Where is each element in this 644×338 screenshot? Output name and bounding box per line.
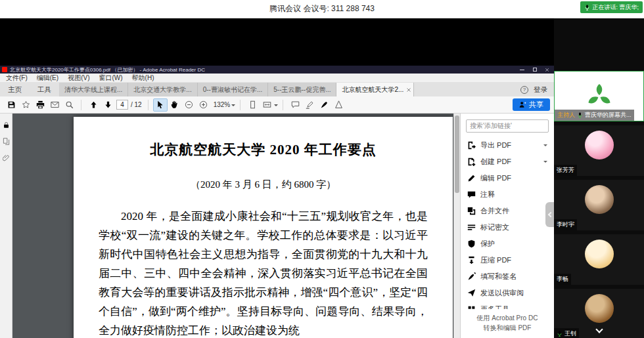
print-button[interactable] (33, 98, 47, 112)
vertical-scrollbar[interactable] (453, 114, 460, 338)
arrow-down-icon (104, 100, 112, 109)
zoom-in-button[interactable] (196, 98, 211, 112)
participant-tile[interactable]: 李畅 (554, 234, 644, 285)
select-tool-button[interactable] (153, 98, 168, 112)
security-settings-icon[interactable] (3, 121, 10, 129)
zoom-out-button[interactable] (182, 98, 196, 112)
page-thumbnails-icon[interactable] (3, 138, 10, 145)
zoom-level-dropdown[interactable]: 132% (214, 101, 231, 108)
envelope-icon (51, 100, 59, 109)
speaking-indicator-label: 正在讲话: 曹庆华; (592, 3, 639, 12)
home-tab[interactable]: 主页 (0, 83, 30, 96)
doc-tab-2[interactable]: 北京交通大学教学... (128, 83, 197, 96)
previous-page-button[interactable] (86, 98, 101, 112)
doc-tab-4[interactable]: 5--王云鹏--促完善... (268, 83, 336, 96)
fit-width-button[interactable] (260, 98, 274, 112)
hand-tool-button[interactable] (168, 98, 182, 112)
participant-name: 张芳芳 (554, 165, 577, 176)
host-badge: 主持人 (557, 111, 575, 119)
tool-item-redact[interactable]: 标记密文 (461, 219, 554, 236)
pdf-page: 北京航空航天大学 2020 年工作要点 （2020 年 3 月 6 日，约 68… (74, 117, 453, 338)
zoom-in-icon (199, 100, 208, 109)
tool-item-compress-pdf[interactable]: 压缩 PDF (461, 252, 554, 268)
participant-tile[interactable]: 李时宇 (554, 180, 644, 230)
tool-item-fill-sign[interactable]: 填写和签名 (461, 268, 554, 285)
favorite-button[interactable] (18, 98, 33, 112)
find-button[interactable] (62, 98, 76, 112)
acrobat-main: 北京航空航天大学 2020 年工作要点 （2020 年 3 月 6 日，约 68… (0, 114, 554, 338)
menu-file[interactable]: 文件(F) (1, 74, 32, 83)
help-button[interactable]: ? (520, 86, 528, 94)
menubar: 文件(F) 编辑(E) 视图(V) 窗口(W) 帮助(H) (0, 74, 554, 83)
sign-tool-button[interactable] (317, 98, 331, 112)
share-button-label: 共享 (529, 100, 543, 110)
participant-name: 李畅 (554, 274, 571, 285)
menu-help[interactable]: 帮助(H) (127, 74, 159, 83)
screen-share-tile[interactable]: 主持人 曹庆华的屏幕共... (554, 71, 644, 121)
tools-panel: 导出 PDF 创建 PDF 编辑 PDF 注释 (460, 114, 554, 338)
tools-search-input[interactable] (466, 119, 549, 133)
search-icon (65, 100, 74, 109)
document-canvas: 北京航空航天大学 2020 年工作要点 （2020 年 3 月 6 日，约 68… (12, 114, 460, 338)
tool-item-combine-files[interactable]: 合并文件 (461, 203, 554, 219)
send-for-review-icon (467, 289, 476, 297)
collapse-videos-button[interactable] (593, 327, 605, 335)
tool-item-edit-pdf[interactable]: 编辑 PDF (461, 170, 554, 186)
attachments-icon[interactable] (3, 154, 10, 161)
minimize-button[interactable] (517, 66, 527, 73)
toolbar-separator (240, 100, 241, 110)
close-button[interactable] (542, 66, 552, 73)
tool-item-create-pdf[interactable]: 创建 PDF (461, 154, 554, 170)
next-page-button[interactable] (101, 98, 115, 112)
star-icon (22, 100, 30, 109)
compress-pdf-icon (467, 256, 476, 264)
hand-icon (170, 100, 179, 109)
acrobat-pro-promo: 使用 Acrobat Pro DC 转换和编辑 PDF (461, 309, 554, 338)
share-tile-label: 主持人 曹庆华的屏幕共... (555, 110, 634, 121)
doc-tab-1[interactable]: 清华大学线上课程... (59, 83, 128, 96)
acrobat-window: 北京航空航天大学2020年工作要点0306.pdf （已加密） - Adobe … (0, 66, 554, 338)
tool-item-send-for-review[interactable]: 发送以供审阅 (461, 285, 554, 301)
hide-video-panel-button[interactable] (545, 202, 554, 227)
menu-view[interactable]: 视图(V) (63, 74, 94, 83)
save-icon (7, 100, 16, 109)
arrow-up-icon (89, 100, 98, 109)
highlighter-icon (306, 100, 314, 109)
signin-button[interactable]: 登录 (534, 85, 547, 95)
doc-tab-3[interactable]: 0--曹淑敏书记在学... (198, 83, 269, 96)
fit-page-icon (248, 100, 257, 109)
page-number-input[interactable] (116, 100, 128, 110)
save-button[interactable] (4, 98, 18, 112)
tab-close-icon[interactable] (406, 87, 411, 93)
chevron-down-icon (543, 144, 547, 148)
tabbar-right: ? 登录 (520, 83, 554, 96)
combine-files-icon (467, 207, 476, 215)
tool-item-more-tools[interactable]: 更多工具 (461, 301, 554, 310)
doc-tab-5-active[interactable]: 北京航空航天大学2... (336, 83, 414, 96)
fill-sign-icon (467, 272, 476, 281)
participant-tile[interactable]: 张芳芳 (554, 125, 644, 176)
microphone-icon (557, 331, 563, 337)
fit-page-button[interactable] (245, 98, 260, 112)
export-pdf-icon (467, 141, 476, 150)
comment-tool-button[interactable] (288, 98, 302, 112)
maximize-button[interactable] (530, 66, 540, 73)
share-button[interactable]: 共享 (513, 98, 550, 111)
tools-search (466, 119, 549, 133)
toolbar: / 12 132% 共享 (0, 96, 554, 114)
participant-name: 李时宇 (554, 219, 577, 230)
meeting-title: 腾讯会议 会议号: 311 288 743 (269, 3, 375, 14)
acrobat-app-icon (2, 67, 7, 72)
tool-item-protect[interactable]: 保护 (461, 236, 554, 252)
tools-tab[interactable]: 工具 (30, 83, 59, 96)
measure-tool-button[interactable] (331, 98, 346, 112)
email-button[interactable] (47, 98, 62, 112)
tool-item-export-pdf[interactable]: 导出 PDF (461, 137, 554, 154)
highlight-tool-button[interactable] (302, 98, 317, 112)
scrollbar-thumb[interactable] (455, 116, 459, 193)
redact-icon (467, 223, 476, 232)
tool-item-comment[interactable]: 注释 (461, 186, 554, 203)
menu-edit[interactable]: 编辑(E) (32, 74, 63, 83)
page-count-label: / 12 (131, 101, 142, 108)
menu-window[interactable]: 窗口(W) (94, 74, 127, 83)
